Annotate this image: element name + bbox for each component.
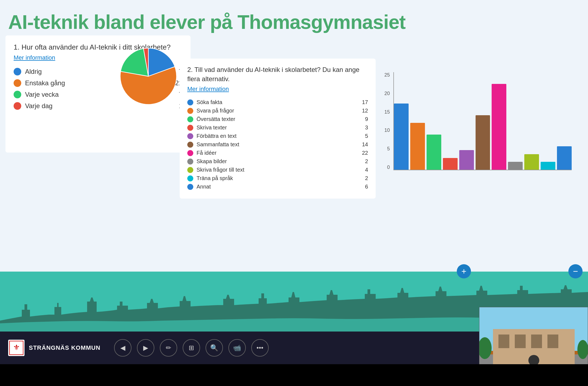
q2-legend-value: 12 <box>360 108 368 114</box>
svg-rect-7 <box>531 335 542 348</box>
q2-legend-item: Svara på frågor 12 <box>187 108 368 114</box>
legend-dot <box>14 79 21 87</box>
q2-legend-dot <box>187 133 193 139</box>
q2-legend-dot <box>187 184 193 190</box>
q2-legend-item: Få idéer 22 <box>187 150 368 156</box>
q2-legend-item: Skriva frågor till text 4 <box>187 167 368 173</box>
y-label: 0 <box>387 165 390 170</box>
q2-mer-info-link[interactable]: Mer information <box>187 86 368 93</box>
q2-legend-label: Skapa bilder <box>197 158 356 165</box>
q2-legend-dot <box>187 116 193 122</box>
q2-legend-value: 22 <box>360 150 368 156</box>
y-label: 15 <box>384 109 390 115</box>
bar-item <box>427 135 441 170</box>
q2-label: 2. Till vad använder du AI-teknik i skol… <box>187 65 368 83</box>
y-label: 5 <box>387 146 390 152</box>
grid-button[interactable]: ⊞ <box>183 339 200 357</box>
video-button[interactable]: 📹 <box>228 339 246 357</box>
q2-box: 2. Till vad använder du AI-teknik i skol… <box>180 59 376 199</box>
next-button[interactable]: ▶ <box>137 339 154 357</box>
y-label: 25 <box>384 72 390 78</box>
q2-legend-dot <box>187 108 193 114</box>
q2-legend-value: 9 <box>360 116 368 122</box>
bars-area <box>393 72 572 170</box>
q2-legend-label: Skriva texter <box>197 124 356 131</box>
q2-legend-dot <box>187 142 193 148</box>
q2-legend-label: Förbättra en text <box>197 133 356 139</box>
q2-legend-label: Söka fakta <box>197 99 356 105</box>
q2-legend-item: Annat 6 <box>187 184 368 190</box>
pie-chart-svg <box>117 45 180 108</box>
q2-legend-dot <box>187 175 193 181</box>
svg-rect-6 <box>515 335 526 348</box>
pie-chart <box>117 45 180 108</box>
more-button[interactable]: ••• <box>251 339 269 357</box>
q2-legend-value: 6 <box>360 184 368 190</box>
bar-item <box>394 104 409 170</box>
q2-legend-item: Skriva texter 3 <box>187 124 368 131</box>
q2-legend-item: Förbättra en text 5 <box>187 133 368 139</box>
q2-legend-value: 3 <box>360 124 368 131</box>
prev-button[interactable]: ◀ <box>114 339 131 357</box>
logo-icon: ⚜ <box>8 340 24 356</box>
q2-legend-dot <box>187 159 193 165</box>
q2-legend: Söka fakta 17 Svara på frågor 12 Översät… <box>187 99 368 190</box>
q2-legend-item: Översätta texter 9 <box>187 116 368 122</box>
q2-legend-item: Träna på språk 2 <box>187 175 368 181</box>
q2-legend-value: 14 <box>360 141 368 148</box>
y-label: 20 <box>384 91 390 96</box>
q2-legend-value: 17 <box>360 99 368 105</box>
black-strip <box>0 364 588 386</box>
q2-legend-value: 2 <box>360 175 368 181</box>
q2-legend-label: Svara på frågor <box>197 108 356 114</box>
y-axis: 2520151050 <box>381 72 392 170</box>
legend-dot <box>14 102 21 110</box>
q2-legend-label: Annat <box>197 184 356 190</box>
pen-button[interactable]: ✏ <box>160 339 177 357</box>
svg-rect-5 <box>498 335 509 348</box>
q2-legend-dot <box>187 99 193 105</box>
q2-legend-label: Sammanfatta text <box>197 141 356 148</box>
bar-item <box>557 146 572 170</box>
q2-legend-label: Träna på språk <box>197 175 356 181</box>
bar-item <box>476 115 490 170</box>
q2-legend-dot <box>187 167 193 173</box>
zoom-plus-button[interactable]: + <box>457 264 471 278</box>
q2-legend-value: 4 <box>360 167 368 173</box>
q2-legend-item: Söka fakta 17 <box>187 99 368 105</box>
bar-item <box>524 154 539 170</box>
q2-legend-label: Skriva frågor till text <box>197 167 356 173</box>
logo-area: ⚜ STRÄNGNÄS KOMMUN <box>8 340 100 356</box>
bar-item <box>443 158 458 170</box>
logo-text: STRÄNGNÄS KOMMUN <box>29 344 100 351</box>
q2-legend-item: Sammanfatta text 14 <box>187 141 368 148</box>
q2-legend-label: Översätta texter <box>197 116 356 122</box>
bar-item <box>492 84 506 170</box>
slide-title: AI-teknik bland elever på Thomasgymnasie… <box>8 11 405 33</box>
search-button[interactable]: 🔍 <box>206 339 223 357</box>
y-label: 10 <box>384 127 390 133</box>
svg-point-10 <box>577 340 588 359</box>
legend-dot <box>14 68 21 75</box>
bar-item <box>508 162 523 170</box>
bar-chart: 2520151050 <box>381 72 572 181</box>
q2-legend-value: 5 <box>360 133 368 139</box>
q2-legend-value: 2 <box>360 158 368 165</box>
legend-dot <box>14 91 21 98</box>
bar-item <box>459 150 474 170</box>
q2-legend-item: Skapa bilder 2 <box>187 158 368 165</box>
q2-legend-dot <box>187 150 193 156</box>
bar-item <box>541 162 555 170</box>
zoom-minus-button[interactable]: − <box>568 264 583 278</box>
svg-rect-8 <box>547 335 558 348</box>
slide-area: AI-teknik bland elever på Thomasgymnasie… <box>0 0 588 286</box>
q2-legend-label: Få idéer <box>197 150 356 156</box>
bar-item <box>410 123 425 170</box>
svg-text:⚜: ⚜ <box>13 343 20 352</box>
q2-legend-dot <box>187 125 193 131</box>
